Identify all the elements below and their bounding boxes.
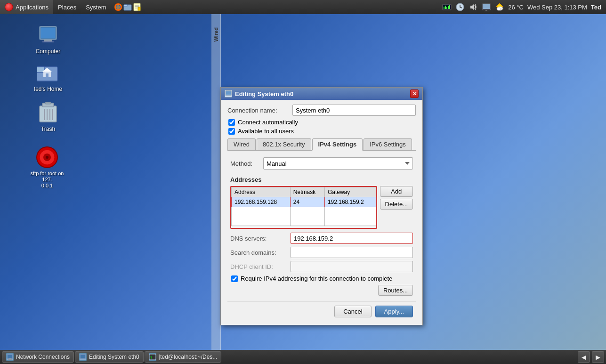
- dialog-icon: [225, 90, 232, 97]
- display-icon[interactable]: [482, 2, 491, 12]
- col-gateway: Gateway: [324, 187, 376, 197]
- address-buttons: Add Delete...: [380, 186, 413, 229]
- network-connections-label: Network Connections: [16, 354, 70, 360]
- svg-rect-42: [40, 106, 57, 122]
- editing-eth0-label: Editing System eth0: [89, 354, 139, 360]
- close-button[interactable]: ✕: [410, 89, 419, 98]
- cell-gateway: 192.168.159.2: [324, 197, 376, 207]
- svg-point-52: [46, 156, 48, 159]
- dialog-footer: Cancel Apply...: [227, 301, 416, 320]
- method-row: Method: Manual: [230, 157, 413, 170]
- svg-rect-12: [444, 7, 444, 9]
- svg-rect-24: [485, 10, 487, 11]
- taskbar-menus: Applications Places System: [0, 0, 142, 14]
- apply-button[interactable]: Apply...: [375, 306, 413, 317]
- taskbar-network-connections[interactable]: Network Connections: [2, 351, 74, 363]
- addresses-title: Addresses: [230, 176, 413, 183]
- connect-auto-label: Connect automatically: [238, 119, 298, 126]
- taskbar-bottom: Network Connections Editing System eth0 …: [0, 350, 606, 364]
- svg-rect-44: [45, 102, 51, 104]
- svg-rect-13: [445, 6, 446, 9]
- search-input[interactable]: [291, 247, 413, 258]
- weather-icon[interactable]: [495, 2, 504, 12]
- method-label: Method:: [230, 160, 259, 167]
- search-domains-row: Search domains:: [230, 247, 413, 258]
- computer-icon[interactable]: Computer: [29, 24, 67, 55]
- add-button[interactable]: Add: [380, 186, 413, 197]
- temperature: 26 °C: [508, 4, 524, 11]
- method-select[interactable]: Manual: [263, 157, 413, 170]
- table-row[interactable]: 192.168.159.128 24 192.168.159.2: [232, 197, 376, 207]
- dns-input[interactable]: [291, 233, 413, 244]
- tab-wired[interactable]: Wired: [227, 138, 256, 150]
- require-ipv4-checkbox[interactable]: [231, 275, 238, 282]
- dialog-body: Connection name: Connect automatically A…: [221, 100, 422, 325]
- prev-window-button[interactable]: ◀: [578, 351, 590, 363]
- require-ipv4-row: Require IPv4 addressing for this connect…: [230, 275, 413, 282]
- dhcp-input[interactable]: [291, 261, 413, 272]
- svg-point-32: [497, 8, 501, 10]
- network-icon: [6, 353, 14, 361]
- trash-icon[interactable]: Trash: [29, 101, 67, 132]
- svg-rect-15: [448, 6, 449, 9]
- network-monitor-icon[interactable]: [442, 2, 452, 12]
- sftp-icon-img: [36, 146, 58, 169]
- editing-icon: [79, 353, 87, 361]
- system-menu[interactable]: System: [81, 0, 111, 14]
- places-label: Places: [58, 4, 76, 11]
- files-icon[interactable]: [123, 2, 132, 12]
- taskbar-top: Applications Places System: [0, 0, 606, 14]
- username: Ted: [591, 4, 601, 11]
- tab-ipv6[interactable]: IPv6 Settings: [364, 138, 412, 150]
- cancel-button[interactable]: Cancel: [334, 306, 371, 317]
- dns-label: DNS servers:: [230, 235, 287, 242]
- tab-ipv4[interactable]: IPv4 Settings: [312, 138, 363, 151]
- dhcp-row: DHCP client ID:: [230, 261, 413, 272]
- taskbar-editing-eth0[interactable]: Editing System eth0: [75, 351, 144, 363]
- svg-rect-60: [81, 355, 85, 358]
- datetime: Wed Sep 23, 1:13 PM: [527, 4, 587, 11]
- svg-rect-41: [46, 73, 48, 77]
- cell-netmask: 24: [290, 197, 324, 207]
- clock-icon[interactable]: [455, 2, 465, 12]
- dns-row: DNS servers:: [230, 233, 413, 244]
- taskbar-right: 26 °C Wed Sep 23, 1:13 PM Ted: [442, 2, 606, 12]
- taskbar-terminal[interactable]: $_ [ted@localhost:~/Des...: [145, 351, 222, 363]
- volume-icon[interactable]: [469, 2, 478, 12]
- firefox-icon[interactable]: [113, 2, 123, 12]
- left-panel-partial: Wired: [211, 14, 221, 350]
- connect-auto-checkbox[interactable]: [228, 119, 235, 126]
- tab-802[interactable]: 802.1x Security: [257, 138, 311, 150]
- cell-address: 192.168.159.128: [232, 197, 291, 207]
- computer-icon-img: [37, 24, 59, 46]
- terminal-label: [ted@localhost:~/Des...: [159, 354, 218, 360]
- svg-rect-14: [446, 7, 447, 9]
- all-users-label: Available to all users: [238, 128, 294, 135]
- addresses-table: Address Netmask Gateway 192.168.159.128 …: [231, 187, 376, 226]
- dialog-editing-eth0: Editing System eth0 ✕ Connection name: C…: [220, 87, 423, 325]
- routes-button[interactable]: Routes...: [378, 285, 413, 296]
- routes-row: Routes...: [230, 285, 413, 296]
- next-window-button[interactable]: ▶: [592, 351, 604, 363]
- editor-icon[interactable]: [132, 2, 142, 12]
- all-users-checkbox[interactable]: [228, 128, 235, 135]
- svg-text:$_: $_: [150, 356, 154, 359]
- applications-menu[interactable]: Applications: [0, 0, 53, 14]
- home-folder-label: ted's Home: [34, 86, 62, 92]
- fedora-icon: [5, 3, 13, 11]
- home-folder-icon[interactable]: ted's Home: [29, 61, 67, 92]
- svg-rect-35: [44, 40, 52, 41]
- svg-point-20: [460, 7, 461, 8]
- connect-auto-row: Connect automatically: [227, 119, 416, 126]
- connection-name-input[interactable]: [292, 105, 416, 116]
- dialog-titlebar: Editing System eth0 ✕: [221, 88, 422, 100]
- svg-rect-58: [8, 359, 12, 360]
- col-address: Address: [232, 187, 291, 197]
- trash-icon-img: [37, 101, 59, 124]
- addresses-area: Address Netmask Gateway 192.168.159.128 …: [230, 186, 413, 229]
- places-menu[interactable]: Places: [53, 0, 81, 14]
- sftp-icon[interactable]: sftp for root on 127.0.0.1: [26, 146, 68, 189]
- connection-name-label: Connection name:: [227, 107, 289, 114]
- search-label: Search domains:: [230, 249, 287, 256]
- delete-button[interactable]: Delete...: [380, 199, 413, 210]
